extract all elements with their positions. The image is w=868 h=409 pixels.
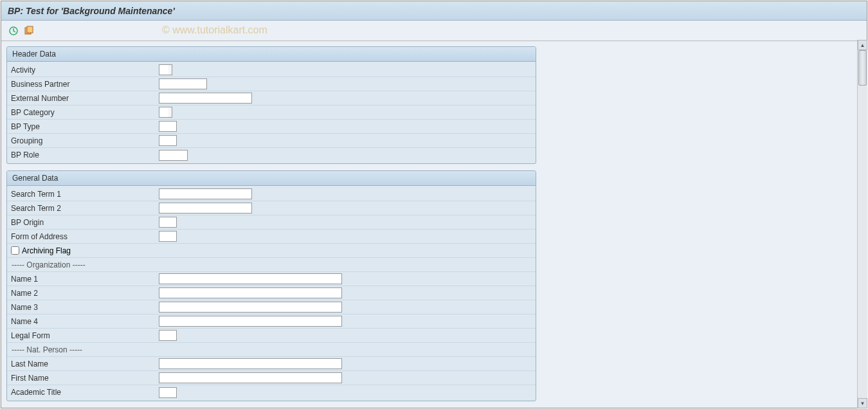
input-form-of-address[interactable]: [159, 231, 177, 242]
row-business-partner: Business Partner: [7, 77, 536, 91]
row-last-name: Last Name: [7, 357, 536, 371]
f4-bp-category-icon[interactable]: [168, 107, 172, 118]
input-academic-title[interactable]: [159, 387, 177, 398]
scroll-thumb[interactable]: [858, 50, 867, 86]
label-bp-category: BP Category: [11, 108, 159, 117]
f4-activity-icon[interactable]: [168, 64, 172, 75]
general-data-title: General Data: [7, 171, 536, 186]
content-area: Header Data Activity Business Partner Ex…: [1, 41, 867, 408]
scroll-up-icon[interactable]: ▲: [858, 40, 867, 50]
label-search-term-2: Search Term 2: [11, 204, 159, 213]
label-activity: Activity: [11, 66, 159, 75]
input-name-2[interactable]: [159, 287, 342, 298]
input-legal-form[interactable]: [159, 330, 177, 341]
app-window: BP: Test for 'Background Maintenance' © …: [1, 1, 867, 408]
label-first-name: First Name: [11, 374, 159, 383]
label-name-4: Name 4: [11, 317, 159, 326]
row-person-separator: ----- Nat. Person -----: [7, 343, 536, 357]
row-grouping: Grouping: [7, 134, 536, 148]
row-name-3: Name 3: [7, 300, 536, 314]
label-bp-type: BP Type: [11, 122, 159, 131]
input-bp-category[interactable]: [159, 107, 169, 118]
row-name-4: Name 4: [7, 314, 536, 329]
row-bp-origin: BP Origin: [7, 215, 536, 230]
row-archiving-flag: Archiving Flag: [7, 244, 536, 258]
main-panel: Header Data Activity Business Partner Ex…: [1, 41, 541, 408]
variant-icon[interactable]: [23, 25, 35, 37]
execute-icon[interactable]: [8, 25, 19, 37]
right-empty-panel: [541, 41, 867, 408]
row-external-number: External Number: [7, 91, 536, 105]
input-name-1[interactable]: [159, 273, 342, 284]
input-name-3[interactable]: [159, 302, 342, 313]
label-name-1: Name 1: [11, 275, 159, 284]
row-bp-role: BP Role: [7, 148, 536, 162]
row-name-2: Name 2: [7, 286, 536, 300]
input-external-number[interactable]: [159, 93, 252, 104]
title-bar: BP: Test for 'Background Maintenance': [1, 1, 867, 21]
row-org-separator: ----- Organization -----: [7, 258, 536, 272]
label-external-number: External Number: [11, 94, 159, 103]
input-bp-role[interactable]: [159, 150, 188, 161]
input-business-partner[interactable]: [159, 78, 207, 89]
label-name-2: Name 2: [11, 289, 159, 298]
svg-rect-2: [27, 26, 33, 33]
row-first-name: First Name: [7, 371, 536, 385]
label-search-term-1: Search Term 1: [11, 190, 159, 199]
header-data-title: Header Data: [7, 47, 536, 62]
input-last-name[interactable]: [159, 358, 342, 369]
label-last-name: Last Name: [11, 359, 159, 368]
row-search-term-2: Search Term 2: [7, 201, 536, 215]
label-archiving-flag: Archiving Flag: [22, 246, 71, 255]
input-grouping[interactable]: [159, 135, 177, 146]
watermark: © www.tutorialkart.com: [162, 24, 267, 36]
input-search-term-1[interactable]: [159, 188, 252, 199]
label-name-3: Name 3: [11, 303, 159, 312]
row-bp-type: BP Type: [7, 120, 536, 134]
row-bp-category: BP Category: [7, 105, 536, 120]
toolbar: © www.tutorialkart.com: [1, 21, 867, 41]
input-bp-origin[interactable]: [159, 217, 177, 228]
input-activity[interactable]: [159, 64, 169, 75]
scroll-track[interactable]: [858, 50, 867, 398]
vertical-scrollbar[interactable]: ▲ ▼: [857, 40, 867, 408]
page-title: BP: Test for 'Background Maintenance': [8, 6, 175, 16]
header-data-group: Header Data Activity Business Partner Ex…: [6, 46, 536, 164]
row-legal-form: Legal Form: [7, 329, 536, 343]
row-name-1: Name 1: [7, 272, 536, 286]
label-grouping: Grouping: [11, 136, 159, 145]
input-search-term-2[interactable]: [159, 203, 252, 214]
label-bp-origin: BP Origin: [11, 218, 159, 227]
input-first-name[interactable]: [159, 372, 342, 383]
separator-organization: ----- Organization -----: [11, 260, 86, 269]
row-form-of-address: Form of Address: [7, 230, 536, 244]
input-bp-type[interactable]: [159, 121, 177, 132]
row-search-term-1: Search Term 1: [7, 187, 536, 201]
input-name-4[interactable]: [159, 316, 342, 327]
row-academic-title: Academic Title: [7, 385, 536, 399]
label-business-partner: Business Partner: [11, 80, 159, 89]
checkbox-archiving-flag[interactable]: [11, 246, 19, 255]
scroll-down-icon[interactable]: ▼: [858, 398, 867, 408]
label-form-of-address: Form of Address: [11, 232, 159, 241]
general-data-group: General Data Search Term 1 Search Term 2…: [6, 170, 536, 401]
separator-person: ----- Nat. Person -----: [11, 345, 82, 354]
label-academic-title: Academic Title: [11, 388, 159, 397]
row-activity: Activity: [7, 63, 536, 77]
label-legal-form: Legal Form: [11, 331, 159, 340]
label-bp-role: BP Role: [11, 150, 159, 159]
